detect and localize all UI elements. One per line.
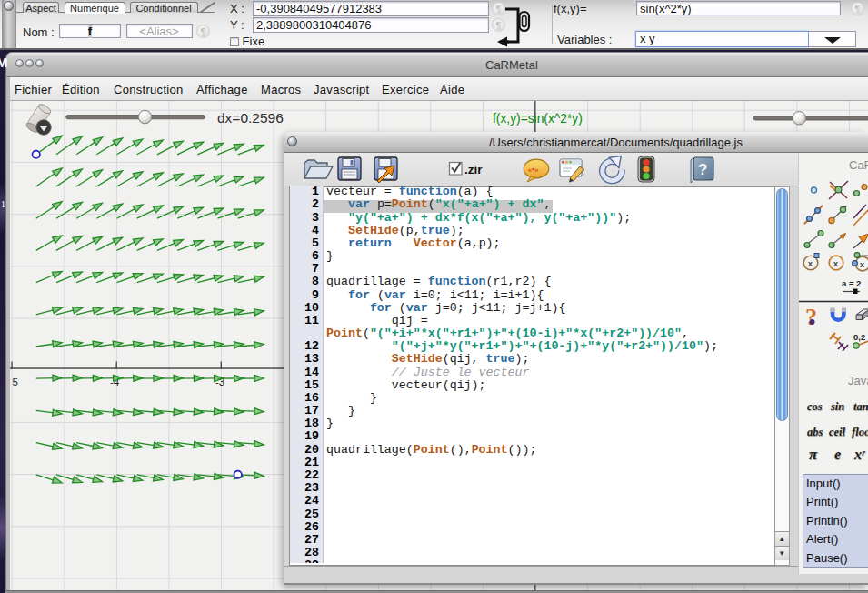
svg-text:?: ? <box>805 304 817 330</box>
svg-text:f(x,y)=sin(x^2*y): f(x,y)=sin(x^2*y) <box>493 112 583 126</box>
svg-text:5: 5 <box>13 377 18 387</box>
svg-text:x: x <box>808 259 813 268</box>
svg-text:?: ? <box>698 161 707 178</box>
svg-text:a = 2: a = 2 <box>842 278 861 288</box>
svg-text:dx=0.2596: dx=0.2596 <box>217 110 284 126</box>
svg-text:x: x <box>860 260 864 269</box>
svg-text:«•»: «•» <box>528 165 540 174</box>
svg-text:x: x <box>833 259 838 268</box>
svg-text:.zir: .zir <box>464 163 483 176</box>
svg-text:0,2: 0,2 <box>853 332 865 342</box>
